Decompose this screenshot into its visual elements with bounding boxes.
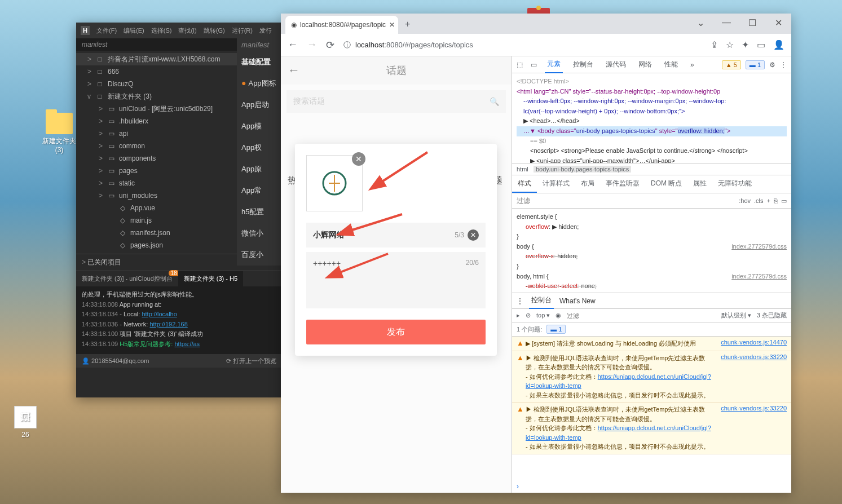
tab-a11y[interactable]: 无障碍功能	[712, 175, 757, 193]
profile-icon[interactable]: 👤	[773, 39, 784, 50]
drawer-tab-whatsnew[interactable]: What's New	[559, 297, 596, 305]
chrome-window: ◉ localhost:8080/#/pages/topic ✕ + ⌄ — ☐…	[281, 14, 791, 493]
menu-edit[interactable]: 编辑(E)	[124, 26, 144, 35]
config-item[interactable]: 微信小	[237, 223, 282, 244]
tab-network[interactable]: 网络	[636, 56, 654, 73]
elements-tree[interactable]: <!DOCTYPE html> <html lang="zh-CN" style…	[512, 73, 791, 163]
config-item[interactable]: App常	[237, 180, 282, 201]
level-selector[interactable]: 默认级别 ▾	[721, 311, 751, 320]
more-icon[interactable]: ▭	[781, 197, 787, 205]
config-item[interactable]: App图标	[237, 73, 282, 94]
log-entry: ▲▶ 检测到使用JQL语法联表查询时，未使用getTemp先过滤主表数据，在主表…	[512, 403, 791, 454]
user-email[interactable]: 👤 201855404@qq.com	[82, 357, 149, 365]
toolbar-actions: ⇪ ☆ ✦ ▭ 👤	[711, 39, 784, 50]
status-right[interactable]: ⟳ 打开上一个预览	[226, 357, 276, 365]
tab-console[interactable]: 控制台	[571, 56, 596, 73]
context-selector[interactable]: top ▾	[536, 312, 550, 319]
app-icon: H	[81, 26, 90, 35]
menu-goto[interactable]: 跳转(G)	[204, 26, 225, 35]
title-input[interactable]: 小辉网络 5/3✕	[306, 223, 486, 247]
config-item[interactable]: App原	[237, 158, 282, 180]
desktop-folder[interactable]: 新建文件夹 (3)	[39, 113, 79, 154]
tab-performance[interactable]: 性能	[662, 56, 680, 73]
hidden-count: 3 条已隐藏	[757, 311, 787, 320]
manifest-config-panel: manifest 基础配置 App图标App启动App模App权App原App常…	[237, 38, 282, 266]
config-item[interactable]: App模	[237, 116, 282, 137]
config-item[interactable]: h5配置	[237, 201, 282, 223]
title-count: 5/3	[455, 231, 464, 239]
menu-icon[interactable]: ⋮	[780, 61, 787, 69]
hov-button[interactable]: :hov	[739, 197, 751, 204]
config-item[interactable]: 百度小	[237, 244, 282, 266]
tab-props[interactable]: 属性	[687, 175, 712, 193]
inspect-icon[interactable]: ⬚	[517, 61, 523, 69]
tab-layout[interactable]: 布局	[575, 175, 600, 193]
tab-unicloud-console[interactable]: 新建文件夹 (3)] - uniCloud控制台18	[76, 271, 178, 286]
drawer-tab-console[interactable]: 控制台	[529, 293, 554, 309]
warnings-badge[interactable]: ▲ 5	[722, 60, 741, 69]
tab-elements[interactable]: 元素	[545, 56, 563, 73]
selected-element[interactable]: …▼ <body class="uni-body pages-topics-to…	[517, 126, 787, 136]
reload-button[interactable]: ⟳	[326, 39, 334, 51]
console-log: ▲▶ [system] 请注意 showLoading 与 hideLoadin…	[512, 337, 791, 480]
console-sidebar-icon[interactable]: ▸	[517, 312, 520, 319]
settings-icon[interactable]: ⚙	[769, 61, 775, 69]
cls-button[interactable]: .cls	[754, 197, 764, 204]
back-button[interactable]: ←	[288, 39, 298, 51]
info-icon[interactable]: ⓘ	[343, 40, 351, 50]
menu-select[interactable]: 选择(S)	[151, 26, 172, 35]
browser-tab[interactable]: ◉ localhost:8080/#/pages/topic ✕	[285, 16, 398, 34]
dropdown-icon[interactable]: ⌄	[687, 14, 713, 32]
console-toolbar: ▸ ⊘ top ▾ ◉ 默认级别 ▾ 3 条已隐藏	[512, 309, 791, 322]
new-tab-button[interactable]: +	[398, 15, 417, 34]
clear-console-icon[interactable]: ⊘	[526, 312, 531, 319]
menu-file[interactable]: 文件(F)	[96, 26, 117, 35]
tab-h5[interactable]: 新建文件夹 (3) - H5	[178, 271, 243, 286]
avatar-upload[interactable]: ✕	[306, 155, 363, 211]
config-tab[interactable]: manifest	[237, 38, 282, 51]
tab-computed[interactable]: 计算样式	[537, 175, 575, 193]
console-output: 的处理，手机端使用过大的js库影响性能。14:33:18.008 App run…	[76, 286, 282, 354]
publish-button[interactable]: 发布	[306, 320, 486, 344]
console-filter-input[interactable]	[567, 312, 623, 319]
copy-icon[interactable]: ⎘	[774, 197, 778, 204]
eye-icon[interactable]: ◉	[556, 312, 561, 319]
window-controls: ⌄ — ☐ ✕	[687, 14, 791, 32]
extensions-icon[interactable]: ✦	[742, 39, 749, 50]
menu-publish[interactable]: 发行	[259, 26, 272, 35]
tab-listeners[interactable]: 事件监听器	[600, 175, 645, 193]
close-button[interactable]: ✕	[765, 14, 791, 32]
bookmark-icon[interactable]: ☆	[726, 39, 734, 50]
info-badge[interactable]: ▬ 1	[746, 60, 765, 69]
issues-row[interactable]: 1 个问题: ▬ 1	[512, 322, 791, 337]
tab-styles[interactable]: 样式	[512, 175, 537, 193]
desktop-image[interactable]: 🖼 26	[6, 406, 45, 439]
drawer-menu-icon[interactable]: ⋮	[517, 297, 523, 305]
tab-close-icon[interactable]: ✕	[389, 21, 395, 29]
reading-list-icon[interactable]: ▭	[757, 39, 765, 50]
menu-find[interactable]: 查找(I)	[178, 26, 196, 35]
drawer-tabs: ⋮ 控制台 What's New	[512, 293, 791, 309]
config-item[interactable]: App权	[237, 137, 282, 158]
content-textarea[interactable]: ++++++ 20/6	[306, 252, 486, 308]
config-item[interactable]: App启动	[237, 94, 282, 116]
styles-pane[interactable]: element.style {overflow: ▶ hidden;}index…	[512, 209, 791, 293]
add-rule-button[interactable]: +	[767, 197, 770, 204]
tab-sources[interactable]: 源代码	[603, 56, 628, 73]
styles-filter-row: :hov .cls + ⎘ ▭	[512, 193, 791, 209]
device-icon[interactable]: ▭	[531, 61, 537, 69]
chrome-tabstrip: ◉ localhost:8080/#/pages/topic ✕ + ⌄ — ☐…	[281, 14, 791, 34]
breadcrumb[interactable]: html body.uni-body.pages-topics-topics	[512, 163, 791, 175]
remove-avatar-icon[interactable]: ✕	[352, 152, 365, 166]
styles-filter-input[interactable]	[512, 193, 734, 208]
clear-icon[interactable]: ✕	[468, 229, 479, 241]
minimize-button[interactable]: —	[713, 14, 739, 32]
address-bar[interactable]: ⓘ localhost:8080/#/pages/topics/topics	[343, 40, 702, 50]
tab-more[interactable]: »	[688, 56, 696, 73]
share-icon[interactable]: ⇪	[711, 39, 718, 50]
menu-run[interactable]: 运行(R)	[232, 26, 253, 35]
tab-dom-break[interactable]: DOM 断点	[645, 175, 687, 193]
console-prompt[interactable]: ›	[512, 480, 791, 493]
maximize-button[interactable]: ☐	[739, 14, 765, 32]
styles-tabs: 样式 计算样式 布局 事件监听器 DOM 断点 属性 无障碍功能	[512, 175, 791, 193]
